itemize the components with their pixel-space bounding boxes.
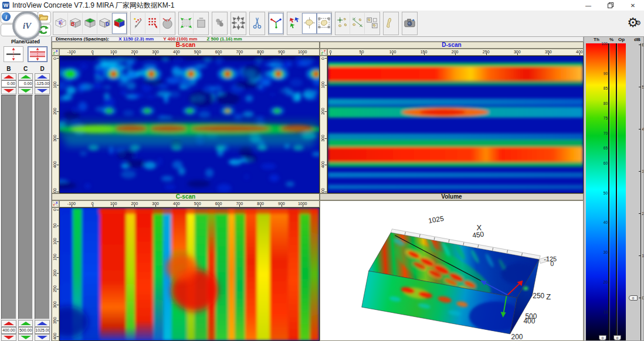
- y-tick-label: 500: [321, 186, 327, 193]
- minimize-button[interactable]: —: [577, 0, 599, 11]
- move-arrows-button[interactable]: [231, 13, 246, 34]
- threshold-slider-handle[interactable]: 0: [599, 335, 606, 340]
- slider-column-d: D -125.00 1025.00: [35, 66, 50, 341]
- cscan-view[interactable]: [59, 207, 320, 341]
- top-c-down-button[interactable]: [18, 87, 33, 94]
- puzzle-button[interactable]: [212, 13, 227, 34]
- bottom-b-up-button[interactable]: [1, 320, 16, 327]
- slider-track-b[interactable]: [1, 95, 16, 319]
- settings-gear-icon[interactable]: ⚙⚙: [624, 12, 642, 35]
- bottom-d-value[interactable]: 1025.00: [35, 327, 50, 334]
- cscan-title: C-scan: [176, 193, 195, 200]
- percent-tick-label: 70: [584, 131, 608, 135]
- plane-mode-button[interactable]: [4, 46, 23, 62]
- info-button[interactable]: i: [2, 12, 11, 21]
- camera-icon: [403, 14, 416, 33]
- top-b-value[interactable]: 0.00: [1, 80, 16, 87]
- blob-crosshair-button[interactable]: [302, 13, 317, 34]
- top-d-value[interactable]: -125.00: [35, 80, 50, 87]
- db-slider-handle[interactable]: 0: [629, 295, 638, 301]
- threshold-slider-line[interactable]: [608, 43, 609, 341]
- axis-label-d: D: [35, 66, 50, 73]
- top-b-up-button[interactable]: [1, 73, 16, 80]
- cube-d-button[interactable]: D: [97, 13, 112, 34]
- blob-select-button[interactable]: [317, 13, 331, 34]
- volume-axis-label: 200: [511, 333, 523, 341]
- cursors-button[interactable]: [287, 13, 302, 34]
- blobs-scatter-button[interactable]: [335, 13, 350, 34]
- points-arrow-button[interactable]: [131, 13, 145, 34]
- scissors-icon: [250, 14, 264, 33]
- blobs-boxes-button[interactable]: [365, 13, 379, 34]
- open-file-icon[interactable]: [39, 12, 49, 21]
- scissors-button[interactable]: [250, 13, 265, 34]
- percent-tick-label: 90: [584, 71, 608, 75]
- app-logo-icon: W: [2, 2, 9, 9]
- brand-text: iV: [23, 21, 31, 31]
- svg-text:D: D: [120, 21, 124, 27]
- cube-c-button[interactable]: C: [83, 13, 97, 34]
- toolbar-group: B C D C B D: [53, 12, 127, 35]
- top-d-up-button[interactable]: [35, 73, 50, 80]
- panel-view-button[interactable]: [194, 13, 208, 34]
- refresh-icon[interactable]: [39, 25, 49, 35]
- opacity-slider-handle[interactable]: 0: [614, 335, 621, 340]
- blobs-scatter-icon: [336, 14, 350, 33]
- opacity-slider-line[interactable]: [616, 43, 617, 341]
- polyline-icon: [269, 14, 283, 33]
- volume-view[interactable]: 1025X450-1250250Z500400200: [320, 200, 584, 341]
- cursors-icon: [288, 14, 301, 33]
- polyline-button[interactable]: [269, 13, 283, 34]
- bottom-c-up-button[interactable]: [18, 320, 33, 327]
- bottom-c-down-button[interactable]: [18, 334, 33, 341]
- bscan-view[interactable]: [59, 56, 320, 193]
- blobs-line-button[interactable]: [350, 13, 365, 34]
- colorbar-header-%: %: [609, 37, 614, 43]
- svg-text:D: D: [105, 21, 109, 27]
- top-c-value[interactable]: 0.00: [18, 80, 33, 87]
- cube-d-icon: D: [98, 14, 111, 33]
- toolbar-group: [402, 12, 418, 35]
- cube-bcd-icon: C B D: [113, 14, 126, 33]
- grid-points-button[interactable]: [145, 13, 160, 34]
- percent-tick-label: 30: [584, 250, 608, 254]
- slider-track-d[interactable]: [35, 95, 50, 319]
- fit-view-button[interactable]: [179, 13, 194, 34]
- slider-column-b: B 0.00 400.00: [1, 66, 16, 341]
- slider-track-c[interactable]: [18, 95, 33, 319]
- colorbar-panel: Th%OpdB 100908580757065605040302010 6543…: [584, 36, 644, 341]
- bone-button[interactable]: [384, 13, 398, 34]
- bscan-title: B-scan: [176, 42, 195, 48]
- dscan-x-axis: 050100150200250300350400: [327, 49, 584, 56]
- titlebar: W IntroView Concrete V7.1.9 MIRA 厂家网站数据K…: [0, 0, 644, 11]
- y-tick-label: 500: [53, 186, 59, 193]
- percent-tick-label: 50: [584, 190, 608, 195]
- colorbar-header-op: Op: [618, 37, 625, 43]
- bottom-d-down-button[interactable]: [35, 334, 50, 341]
- cube-volume-button[interactable]: [53, 13, 68, 34]
- dscan-header: D-scan: [320, 42, 584, 49]
- percent-tick-label: 80: [584, 101, 608, 105]
- bottom-b-value[interactable]: 400.00: [1, 327, 16, 334]
- dscan-view[interactable]: [327, 56, 584, 193]
- svg-text:C: C: [89, 18, 91, 22]
- gated-mode-button[interactable]: [28, 46, 48, 62]
- close-button[interactable]: ✕: [622, 0, 644, 11]
- up-arrow-icon: [4, 322, 14, 325]
- camera-button[interactable]: [402, 13, 417, 34]
- bottom-d-up-button[interactable]: [35, 320, 50, 327]
- bottom-b-down-button[interactable]: [1, 334, 16, 341]
- bottom-c-value[interactable]: 500.00: [18, 327, 33, 334]
- sphere-arrow-button[interactable]: [160, 13, 175, 34]
- maximize-button[interactable]: [599, 0, 622, 11]
- top-d-down-button[interactable]: [35, 87, 50, 94]
- cube-b-button[interactable]: B: [68, 13, 83, 34]
- top-b-down-button[interactable]: [1, 87, 16, 94]
- top-c-up-button[interactable]: [18, 73, 33, 80]
- volume-title: Volume: [441, 193, 462, 200]
- toolbar-groups: B C D C B D: [53, 12, 421, 35]
- dscan-title: D-scan: [442, 42, 461, 48]
- cube-bcd-button[interactable]: C B D: [112, 13, 127, 34]
- move-arrows-icon: [232, 14, 245, 33]
- cscan-header: C-scan: [52, 193, 320, 200]
